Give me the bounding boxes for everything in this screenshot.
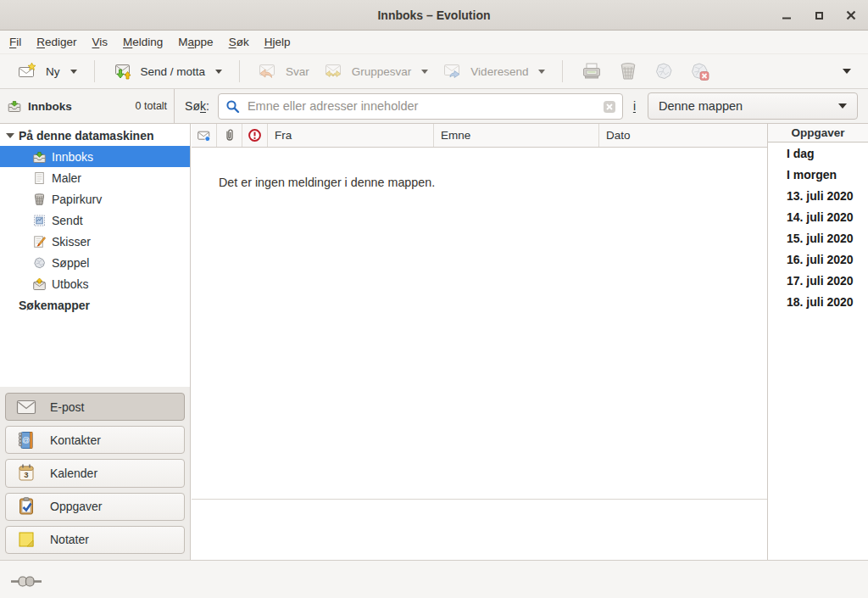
group-reply-icon xyxy=(323,61,343,81)
forward-label: Videresend xyxy=(470,65,528,78)
forward-icon xyxy=(442,61,462,81)
column-priority[interactable] xyxy=(242,124,268,147)
menu-hjelp[interactable]: Hjelp xyxy=(257,33,298,51)
print-button[interactable] xyxy=(573,57,610,86)
expander-icon[interactable] xyxy=(6,133,14,138)
sidebar-item-papirkurv[interactable]: Papirkurv xyxy=(0,188,190,210)
mail-icon xyxy=(16,399,36,416)
switcher-mail-button[interactable]: E-post xyxy=(5,393,185,421)
minimize-button[interactable] xyxy=(776,5,797,25)
drafts-icon xyxy=(32,235,47,249)
task-group-date[interactable]: 16. juli 2020 xyxy=(768,249,868,270)
svg-text:@: @ xyxy=(22,436,30,444)
group-reply-button[interactable]: Gruppesvar xyxy=(316,58,436,85)
memos-icon xyxy=(16,529,36,550)
message-list-header: Fra Emne Dato xyxy=(192,124,767,148)
menu-mappe[interactable]: Mappe xyxy=(170,33,220,51)
task-group-date[interactable]: 15. juli 2020 xyxy=(768,227,868,249)
reply-button[interactable]: Svar xyxy=(250,58,316,85)
chevron-down-icon xyxy=(838,103,847,109)
switcher-label: Oppgaver xyxy=(50,500,102,513)
task-group-tomorrow[interactable]: I morgen xyxy=(768,164,868,185)
svg-text:3: 3 xyxy=(24,470,28,479)
window-title: Innboks – Evolution xyxy=(377,8,490,22)
menu-sok[interactable]: Søk xyxy=(221,33,257,51)
column-date[interactable]: Dato xyxy=(599,124,767,147)
column-attachment[interactable] xyxy=(217,124,242,147)
folder-label: Maler xyxy=(52,171,81,185)
sidebar-item-utboks[interactable]: Utboks xyxy=(0,273,190,294)
folder-header: Innboks 0 totalt xyxy=(0,89,175,123)
titlebar[interactable]: Innboks – Evolution xyxy=(0,0,868,31)
task-group-date[interactable]: 17. juli 2020 xyxy=(768,270,868,291)
menu-fil[interactable]: Fil xyxy=(2,33,29,51)
task-group-date[interactable]: 14. juli 2020 xyxy=(768,206,868,227)
column-read-status[interactable] xyxy=(192,124,217,147)
group-reply-label: Gruppesvar xyxy=(352,65,412,78)
statusbar xyxy=(0,560,868,598)
task-group-date[interactable]: 13. juli 2020 xyxy=(768,185,868,206)
new-message-dropdown-icon[interactable] xyxy=(70,70,77,74)
delete-button[interactable] xyxy=(610,57,646,86)
online-status-plug-icon[interactable] xyxy=(11,575,42,588)
switcher-calendar-button[interactable]: 3 Kalender xyxy=(5,459,185,487)
tasks-icon xyxy=(16,496,36,517)
maximize-button[interactable] xyxy=(809,5,829,25)
close-icon xyxy=(846,10,856,20)
clear-search-icon[interactable] xyxy=(603,100,616,114)
task-group-today[interactable]: I dag xyxy=(768,143,868,164)
column-subject[interactable]: Emne xyxy=(434,124,599,147)
switcher-memos-button[interactable]: Notater xyxy=(5,526,185,554)
sidebar-item-skisser[interactable]: Skisser xyxy=(0,231,190,252)
search-entry xyxy=(218,93,623,120)
folder-label: Søppel xyxy=(52,256,89,270)
not-junk-button[interactable] xyxy=(682,57,717,86)
junk-button[interactable] xyxy=(646,57,682,86)
trash-icon xyxy=(32,193,47,206)
search-scope-combo[interactable]: Denne mappen xyxy=(648,92,858,120)
current-folder-name: Innboks xyxy=(28,100,72,113)
print-icon xyxy=(581,61,603,81)
switcher-tasks-button[interactable]: Oppgaver xyxy=(5,493,185,521)
reply-icon xyxy=(257,61,277,81)
close-button[interactable] xyxy=(841,5,861,25)
forward-button[interactable]: Videresend xyxy=(435,58,552,85)
inbox-icon xyxy=(7,99,22,113)
sent-icon xyxy=(32,214,47,227)
menu-melding[interactable]: Melding xyxy=(115,33,170,51)
folder-label: Innboks xyxy=(52,150,93,164)
sidebar-item-sendt[interactable]: Sendt xyxy=(0,210,190,231)
folder-sidebar: På denne datamaskinen Innboks Maler xyxy=(0,124,191,560)
send-receive-dropdown-icon[interactable] xyxy=(215,70,222,74)
tree-root-on-this-computer[interactable]: På denne datamaskinen xyxy=(0,126,190,146)
sidebar-item-soppel[interactable]: Søppel xyxy=(0,252,190,273)
new-message-button[interactable]: Ny xyxy=(10,58,84,85)
junk-icon xyxy=(32,256,47,270)
sidebar-item-innboks[interactable]: Innboks xyxy=(0,146,190,167)
search-folders-label: Søkemapper xyxy=(19,299,90,312)
tree-root-search-folders[interactable]: Søkemapper xyxy=(0,294,190,316)
contacts-icon: @ xyxy=(16,430,36,450)
send-receive-button[interactable]: Send / motta xyxy=(105,58,230,85)
pane-divider[interactable] xyxy=(192,499,767,500)
view-switcher: E-post @ Kontakter xyxy=(0,387,190,560)
task-group-date[interactable]: 18. juli 2020 xyxy=(768,291,868,312)
folder-message-count: 0 totalt xyxy=(136,100,168,112)
column-from[interactable]: Fra xyxy=(268,124,434,147)
forward-dropdown-icon[interactable] xyxy=(538,70,545,74)
sidebar-item-maler[interactable]: Maler xyxy=(0,167,190,188)
search-input[interactable] xyxy=(218,93,623,120)
new-message-label: Ny xyxy=(46,65,60,78)
folder-label: Papirkurv xyxy=(52,193,102,206)
tree-root-label: På denne datamaskinen xyxy=(19,129,154,143)
empty-folder-message: Det er ingen meldinger i denne mappen. xyxy=(192,148,767,189)
menu-vis[interactable]: Vis xyxy=(85,33,116,51)
group-reply-dropdown-icon[interactable] xyxy=(421,70,428,74)
search-scope-value: Denne mappen xyxy=(659,99,743,113)
switcher-label: Notater xyxy=(50,533,89,546)
toolbar-separator xyxy=(239,60,240,82)
menu-rediger[interactable]: Rediger xyxy=(29,33,84,51)
switcher-contacts-button[interactable]: @ Kontakter xyxy=(5,426,185,454)
task-pane-title[interactable]: Oppgaver xyxy=(768,124,868,143)
toolbar-overflow-icon[interactable] xyxy=(843,69,851,74)
